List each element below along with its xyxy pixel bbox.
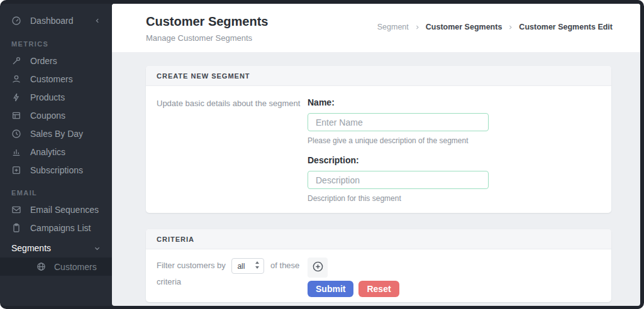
breadcrumb-item-segment[interactable]: Segment xyxy=(377,23,409,31)
sidebar-item-campaigns-list[interactable]: Campaigns List xyxy=(0,219,112,237)
sidebar-item-customers[interactable]: Customers xyxy=(0,70,112,88)
filter-match-select[interactable]: all xyxy=(231,258,264,274)
bolt-icon xyxy=(11,92,21,102)
reset-button[interactable]: Reset xyxy=(358,281,399,297)
main-area: Customer Segments Manage Customer Segmen… xyxy=(112,4,640,306)
sidebar-item-label: Campaigns List xyxy=(30,223,91,233)
sidebar-item-analytics[interactable]: Analytics xyxy=(0,143,112,161)
chevron-right-icon xyxy=(508,24,513,30)
create-segment-side-note: Update basic details about the segment xyxy=(157,97,308,203)
sidebar-item-orders[interactable]: Orders xyxy=(0,52,112,70)
table-icon xyxy=(11,111,21,121)
filter-match-select-value: all xyxy=(237,258,245,274)
app-window: Dashboard METRICS Orders Customers Produ… xyxy=(0,0,644,309)
select-arrows-icon xyxy=(255,258,260,274)
page-title: Customer Segments xyxy=(146,14,269,29)
sidebar-item-dashboard[interactable]: Dashboard xyxy=(0,11,112,30)
submit-button[interactable]: Submit xyxy=(308,281,353,297)
sidebar-item-label: Coupons xyxy=(30,111,65,121)
breadcrumb-item-customer-segments[interactable]: Customer Segments xyxy=(426,23,502,31)
sidebar-subitem-customers[interactable]: Customers xyxy=(0,258,112,276)
create-segment-card-header: CREATE NEW SEGMENT xyxy=(146,66,611,86)
page-header: Customer Segments Manage Customer Segmen… xyxy=(112,4,640,52)
sidebar-item-label: Subscriptions xyxy=(30,165,83,175)
sidebar-item-label: Orders xyxy=(30,56,57,66)
filter-text-before: Filter customers by xyxy=(157,261,226,270)
gauge-icon xyxy=(11,16,21,26)
add-criteria-button[interactable] xyxy=(308,258,328,278)
sidebar-item-label: Products xyxy=(30,92,65,102)
name-field-group: Name: Please give a unique description o… xyxy=(308,97,601,145)
sidebar-item-label: Dashboard xyxy=(30,16,74,26)
criteria-filter-text: Filter customers by all of these criteri… xyxy=(157,258,308,297)
globe-icon xyxy=(36,262,46,271)
chevron-right-icon xyxy=(414,24,420,30)
criteria-actions: Submit Reset xyxy=(308,258,601,297)
plus-square-icon xyxy=(11,165,21,175)
sidebar-item-label: Analytics xyxy=(30,147,65,157)
sidebar-item-label: Sales By Day xyxy=(30,129,83,139)
sidebar-collapse-icon[interactable] xyxy=(94,18,101,24)
envelope-icon xyxy=(11,205,21,215)
description-field-label: Description: xyxy=(308,155,601,165)
segment-description-input[interactable] xyxy=(308,171,489,189)
page-subtitle: Manage Customer Segments xyxy=(146,33,269,43)
user-icon xyxy=(11,74,21,84)
sidebar-item-segments[interactable]: Segments xyxy=(0,239,112,258)
sidebar-item-email-sequences[interactable]: Email Sequences xyxy=(0,200,112,219)
sidebar-item-subscriptions[interactable]: Subscriptions xyxy=(0,161,112,179)
name-field-label: Name: xyxy=(308,97,601,107)
sidebar-item-sales-by-day[interactable]: Sales By Day xyxy=(0,124,112,143)
criteria-card-header: CRITERIA xyxy=(146,229,611,249)
sidebar-section-email: EMAIL xyxy=(0,189,112,197)
criteria-card: CRITERIA Filter customers by all of thes… xyxy=(146,229,611,302)
clipboard-icon xyxy=(11,223,21,233)
sidebar: Dashboard METRICS Orders Customers Produ… xyxy=(0,4,112,306)
sidebar-item-coupons[interactable]: Coupons xyxy=(0,106,112,124)
sidebar-item-products[interactable]: Products xyxy=(0,88,112,106)
clock-icon xyxy=(11,129,21,139)
sidebar-item-label: Customers xyxy=(30,74,73,84)
segment-name-input[interactable] xyxy=(308,113,489,131)
chevron-down-icon xyxy=(94,245,101,252)
sidebar-subitem-label: Customers xyxy=(54,262,97,272)
page-content: CREATE NEW SEGMENT Update basic details … xyxy=(112,52,640,306)
plus-circle-icon xyxy=(312,261,324,274)
sidebar-item-label: Email Sequences xyxy=(30,205,99,215)
breadcrumb-item-customer-segments-edit: Customer Segments Edit xyxy=(519,23,613,31)
description-field-group: Description: Description for this segmen… xyxy=(308,155,601,203)
create-segment-card: CREATE NEW SEGMENT Update basic details … xyxy=(146,66,611,213)
breadcrumb: Segment Customer Segments Customer Segme… xyxy=(377,23,613,31)
bar-chart-icon xyxy=(11,147,21,157)
wrench-icon xyxy=(11,56,21,66)
description-field-helper: Description for this segment xyxy=(308,194,601,203)
name-field-helper: Please give a unique description of the … xyxy=(308,136,601,145)
sidebar-item-label: Segments xyxy=(11,243,51,253)
sidebar-section-metrics: METRICS xyxy=(0,40,112,48)
